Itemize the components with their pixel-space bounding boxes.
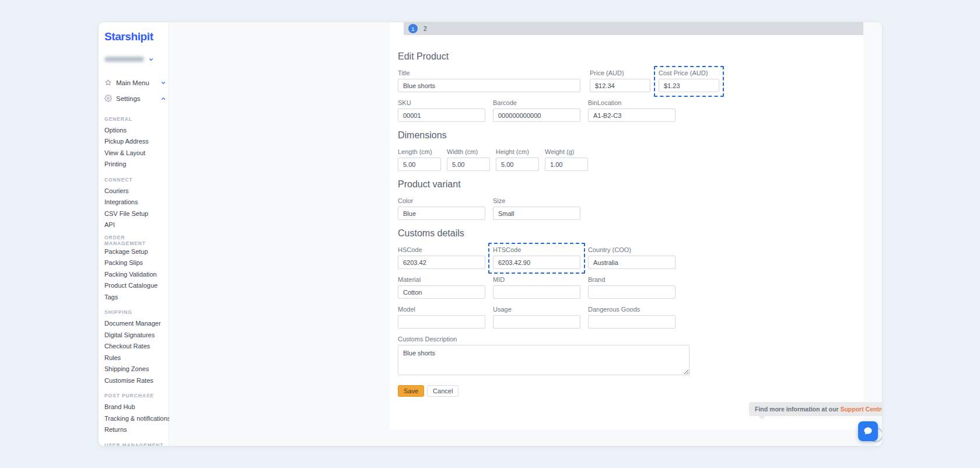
width-field: Width (cm) xyxy=(447,148,490,171)
model-input[interactable] xyxy=(398,315,485,329)
cancel-button[interactable]: Cancel xyxy=(427,385,459,397)
length-input[interactable] xyxy=(398,158,441,171)
color-field: Color xyxy=(398,197,485,220)
dangerous-goods-input[interactable] xyxy=(588,315,676,329)
customs-description-label: Customs Description xyxy=(398,336,690,343)
price-input[interactable] xyxy=(590,79,650,92)
usage-field: Usage xyxy=(493,306,580,329)
hscode-field: HSCode xyxy=(398,246,485,269)
sidebar-item-options[interactable]: Options xyxy=(104,124,166,136)
account-selector[interactable] xyxy=(104,55,166,64)
size-input[interactable] xyxy=(493,207,580,220)
sidebar-item-tracking-notifications[interactable]: Tracking & notifications xyxy=(104,413,166,424)
price-label: Price (AUD) xyxy=(590,69,650,76)
sku-label: SKU xyxy=(398,99,485,106)
sidebar-item-digital-signatures[interactable]: Digital Signatures xyxy=(104,329,166,341)
sku-input[interactable] xyxy=(398,109,485,122)
sidebar-item-brand-hub[interactable]: Brand Hub xyxy=(104,401,166,413)
brand-field: Brand xyxy=(588,276,676,299)
sidebar-item-package-setup[interactable]: Package Setup xyxy=(104,246,166,257)
sidebar-section-general: GENERAL xyxy=(104,113,166,124)
sku-field: SKU xyxy=(398,99,485,122)
sidebar-item-product-catalogue[interactable]: Product Catalogue xyxy=(104,280,166,292)
star-icon xyxy=(104,79,112,86)
sidebar-item-packing-validation[interactable]: Packing Validation xyxy=(104,268,166,280)
htscode-label: HTSCode xyxy=(493,246,580,253)
weight-input[interactable] xyxy=(545,158,588,171)
sidebar-item-printing[interactable]: Printing xyxy=(104,159,166,170)
step-1-indicator[interactable]: 1 xyxy=(408,24,418,33)
weight-field: Weight (g) xyxy=(545,148,588,171)
sidebar-item-customise-rates[interactable]: Customise Rates xyxy=(104,375,166,386)
cost-price-field-highlighted: Cost Price (AUD) xyxy=(659,69,719,92)
htscode-input[interactable] xyxy=(493,256,580,269)
sidebar-item-returns[interactable]: Returns xyxy=(104,424,166,436)
gear-icon xyxy=(104,95,112,102)
support-centre-link[interactable]: Support Centre xyxy=(840,406,883,413)
dangerous-goods-field: Dangerous Goods xyxy=(588,306,676,329)
app-window: Starshipit Main Menu Settings xyxy=(98,22,883,446)
sidebar: Starshipit Main Menu Settings xyxy=(99,22,169,446)
model-field: Model xyxy=(398,306,485,329)
barcode-field: Barcode xyxy=(493,99,580,122)
country-input[interactable] xyxy=(588,256,676,269)
chevron-down-icon xyxy=(148,57,154,62)
hscode-input[interactable] xyxy=(398,256,485,269)
sidebar-item-integrations[interactable]: Integrations xyxy=(104,197,166,208)
length-label: Length (cm) xyxy=(398,148,441,155)
title-input[interactable] xyxy=(398,79,580,92)
sidebar-item-rules[interactable]: Rules xyxy=(104,352,166,364)
sidebar-item-api[interactable]: API xyxy=(104,219,166,231)
color-input[interactable] xyxy=(398,207,485,220)
dangerous-goods-label: Dangerous Goods xyxy=(588,306,676,313)
sidebar-item-checkout-rates[interactable]: Checkout Rates xyxy=(104,341,166,352)
cost-price-input[interactable] xyxy=(659,79,719,92)
sidebar-section-user-management: USER MANAGEMENT xyxy=(104,439,166,446)
dimensions-heading: Dimensions xyxy=(398,130,849,141)
country-label: Country (COO) xyxy=(588,246,676,253)
weight-label: Weight (g) xyxy=(545,148,588,155)
customs-description-textarea[interactable]: Blue shorts xyxy=(398,345,690,375)
material-field: Material xyxy=(398,276,485,299)
title-label: Title xyxy=(398,69,580,76)
mid-input[interactable] xyxy=(493,285,580,299)
material-input[interactable] xyxy=(398,285,485,299)
support-tooltip: Find more information at our Support Cen… xyxy=(749,402,883,416)
brand-label: Brand xyxy=(588,276,676,283)
model-label: Model xyxy=(398,306,485,313)
starshipit-settings-page: { "brand": { "logo": "Starshipit", "logo… xyxy=(0,0,980,468)
sidebar-section-connect: CONNECT xyxy=(104,174,166,185)
sidebar-item-settings[interactable]: Settings xyxy=(104,95,166,102)
height-input[interactable] xyxy=(496,158,539,171)
save-button[interactable]: Save xyxy=(398,385,424,397)
sidebar-item-view-layout[interactable]: View & Layout xyxy=(104,147,166,159)
usage-input[interactable] xyxy=(493,315,580,329)
edit-product-form: Edit Product Title Price (AUD) Cost Pric… xyxy=(390,35,863,397)
step-2-indicator[interactable]: 2 xyxy=(424,26,427,32)
price-field: Price (AUD) xyxy=(590,69,650,92)
chat-launcher-button[interactable] xyxy=(858,421,878,441)
settings-label: Settings xyxy=(116,95,156,102)
support-tooltip-text: Find more information at our xyxy=(755,406,840,413)
width-label: Width (cm) xyxy=(447,148,490,155)
product-variant-heading: Product variant xyxy=(398,179,849,190)
wizard-stepper: 1 2 xyxy=(404,22,863,35)
sidebar-item-tags[interactable]: Tags xyxy=(104,291,166,303)
sidebar-item-document-manager[interactable]: Document Manager xyxy=(104,318,166,330)
barcode-label: Barcode xyxy=(493,99,580,106)
length-field: Length (cm) xyxy=(398,148,441,171)
sidebar-item-couriers[interactable]: Couriers xyxy=(104,185,166,197)
sidebar-item-shipping-zones[interactable]: Shipping Zones xyxy=(104,364,166,375)
sidebar-item-pickup-address[interactable]: Pickup Address xyxy=(104,136,166,148)
starshipit-logo: Starshipit xyxy=(104,30,166,43)
sidebar-section-order-management: ORDER MANAGEMENT xyxy=(104,235,166,246)
barcode-input[interactable] xyxy=(493,109,580,122)
bin-location-field: BinLocation xyxy=(588,99,676,122)
width-input[interactable] xyxy=(447,158,490,171)
brand-input[interactable] xyxy=(588,285,676,299)
bin-location-input[interactable] xyxy=(588,109,676,122)
sidebar-item-packing-slips[interactable]: Packing Slips xyxy=(104,257,166,269)
sidebar-item-main-menu[interactable]: Main Menu xyxy=(104,79,166,86)
material-label: Material xyxy=(398,276,485,283)
sidebar-item-csv-file-setup[interactable]: CSV File Setup xyxy=(104,208,166,219)
